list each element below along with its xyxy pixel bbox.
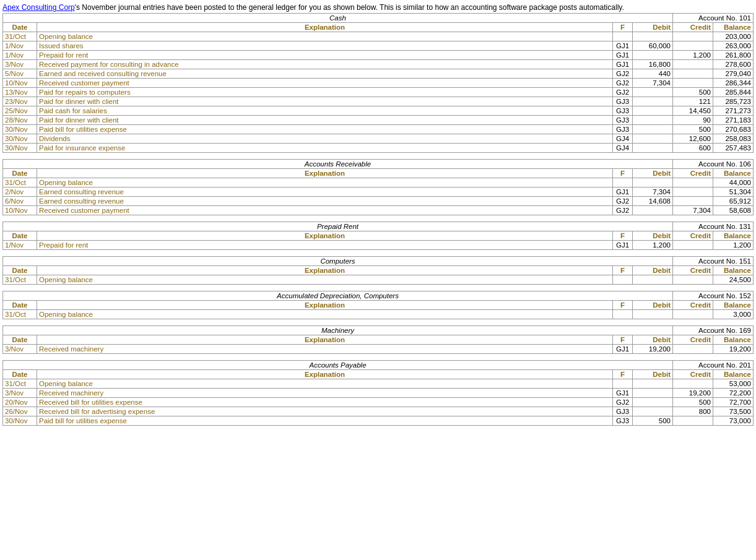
folio-cell: [613, 32, 633, 41]
explanation-cell: Earned consulting revenue: [37, 187, 613, 196]
credit-cell: [673, 275, 713, 284]
date-cell: 1/Nov: [3, 240, 37, 249]
ledger-tables: CashAccount No. 101DateExplanationFDebit…: [2, 13, 754, 426]
table-title-row: ComputersAccount No. 151: [3, 256, 754, 265]
explanation-cell: Opening balance: [37, 309, 613, 319]
col-header-debit: Debit: [633, 300, 673, 309]
balance-cell: 73,000: [713, 416, 754, 425]
debit-cell: [633, 178, 673, 187]
explanation-cell: Paid bill for utilities expense: [37, 124, 613, 134]
credit-cell: 19,200: [673, 388, 713, 397]
table-title: Cash: [3, 13, 673, 22]
debit-cell: 500: [633, 416, 673, 425]
column-header-row: DateExplanationFDebitCreditBalance: [3, 168, 754, 178]
explanation-cell: Opening balance: [37, 178, 613, 187]
ledger-table-accumulated-depreciation-computers: Accumulated Depreciation, ComputersAccou…: [2, 291, 754, 319]
account-number: Account No. 169: [673, 325, 754, 335]
debit-cell: [633, 124, 673, 134]
explanation-cell: Prepaid for rent: [37, 50, 613, 59]
balance-cell: 53,000: [713, 379, 754, 388]
balance-cell: 58,608: [713, 205, 754, 215]
col-header-balance: Balance: [713, 300, 754, 309]
date-cell: 5/Nov: [3, 69, 37, 78]
col-header-f: F: [613, 22, 633, 32]
folio-cell: GJ2: [613, 205, 633, 215]
table-row: 1/NovPrepaid for rentGJ11,2001,200: [3, 240, 754, 249]
folio-cell: GJ4: [613, 134, 633, 143]
table-row: 31/OctOpening balance203,000: [3, 32, 754, 41]
table-row: 1/NovIssued sharesGJ160,000263,000: [3, 41, 754, 50]
debit-cell: 7,304: [633, 187, 673, 196]
folio-cell: GJ1: [613, 344, 633, 353]
table-row: 5/NovEarned and received consulting reve…: [3, 69, 754, 78]
balance-cell: 258,083: [713, 134, 754, 143]
col-header-balance: Balance: [713, 231, 754, 240]
table-row: 30/NovPaid bill for utilities expenseGJ3…: [3, 416, 754, 425]
debit-cell: [633, 143, 673, 152]
debit-cell: [633, 115, 673, 124]
balance-cell: 286,344: [713, 78, 754, 87]
explanation-cell: Paid for insurance expense: [37, 143, 613, 152]
col-header-debit: Debit: [633, 231, 673, 240]
date-cell: 31/Oct: [3, 275, 37, 284]
explanation-cell: Paid for dinner with client: [37, 115, 613, 124]
table-title-row: CashAccount No. 101: [3, 13, 754, 22]
explanation-cell: Issued shares: [37, 41, 613, 50]
table-row: 30/NovDividendsGJ412,600258,083: [3, 134, 754, 143]
col-header-credit: Credit: [673, 335, 713, 344]
explanation-cell: Received payment for consulting in advan…: [37, 59, 613, 69]
col-header-explanation: Explanation: [37, 265, 613, 275]
folio-cell: GJ3: [613, 124, 633, 134]
col-header-f: F: [613, 335, 633, 344]
credit-cell: [673, 379, 713, 388]
debit-cell: 60,000: [633, 41, 673, 50]
debit-cell: [633, 205, 673, 215]
folio-cell: [613, 379, 633, 388]
table-row: 28/NovPaid for dinner with clientGJ39027…: [3, 115, 754, 124]
table-row: 31/OctOpening balance3,000: [3, 309, 754, 319]
balance-cell: 271,273: [713, 106, 754, 115]
col-header-debit: Debit: [633, 168, 673, 178]
table-row: 10/NovReceived customer paymentGJ27,3042…: [3, 78, 754, 87]
column-header-row: DateExplanationFDebitCreditBalance: [3, 369, 754, 379]
table-row: 2/NovEarned consulting revenueGJ17,30451…: [3, 187, 754, 196]
folio-cell: GJ2: [613, 69, 633, 78]
table-title-row: Prepaid RentAccount No. 131: [3, 222, 754, 231]
balance-cell: 261,800: [713, 50, 754, 59]
date-cell: 3/Nov: [3, 59, 37, 69]
folio-cell: [613, 275, 633, 284]
table-title: Accounts Payable: [3, 360, 673, 369]
debit-cell: 14,608: [633, 196, 673, 205]
ledger-table-accounts-receivable: Accounts ReceivableAccount No. 106DateEx…: [2, 159, 754, 215]
intro-text: 's November journal entries have been po…: [75, 3, 624, 12]
col-header-balance: Balance: [713, 369, 754, 379]
col-header-explanation: Explanation: [37, 168, 613, 178]
col-header-date: Date: [3, 265, 37, 275]
date-cell: 23/Nov: [3, 97, 37, 106]
debit-cell: [633, 134, 673, 143]
credit-cell: [673, 78, 713, 87]
folio-cell: GJ1: [613, 41, 633, 50]
date-cell: 6/Nov: [3, 196, 37, 205]
balance-cell: 279,040: [713, 69, 754, 78]
debit-cell: [633, 50, 673, 59]
table-title: Accounts Receivable: [3, 159, 673, 168]
date-cell: 1/Nov: [3, 50, 37, 59]
table-row: 10/NovReceived customer paymentGJ27,3045…: [3, 205, 754, 215]
col-header-balance: Balance: [713, 22, 754, 32]
col-header-explanation: Explanation: [37, 231, 613, 240]
date-cell: 31/Oct: [3, 379, 37, 388]
table-row: 31/OctOpening balance44,000: [3, 178, 754, 187]
col-header-credit: Credit: [673, 168, 713, 178]
col-header-credit: Credit: [673, 22, 713, 32]
col-header-debit: Debit: [633, 335, 673, 344]
table-title: Prepaid Rent: [3, 222, 673, 231]
account-number: Account No. 101: [673, 13, 754, 22]
date-cell: 25/Nov: [3, 106, 37, 115]
explanation-cell: Dividends: [37, 134, 613, 143]
balance-cell: 24,500: [713, 275, 754, 284]
folio-cell: GJ3: [613, 407, 633, 416]
col-header-f: F: [613, 231, 633, 240]
debit-cell: 16,800: [633, 59, 673, 69]
company-name: Apex Consulting Corp: [2, 3, 75, 12]
